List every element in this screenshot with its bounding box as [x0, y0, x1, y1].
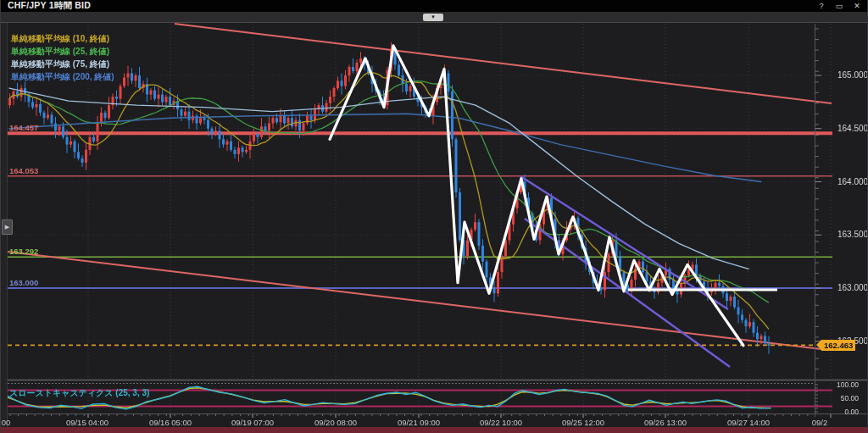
window-controls: ? ▭ ✕	[816, 0, 862, 12]
chevron-down-icon: ▼	[431, 14, 436, 19]
y-axis-label: 163.000	[837, 283, 868, 292]
x-axis-label: 00	[0, 418, 19, 427]
y-axis-label: 165.000	[837, 70, 868, 80]
stoch-axis-label: 50.00	[826, 394, 859, 402]
title-bar[interactable]: CHF/JPY 1時間 BID ? ▭ ✕	[1, 0, 868, 12]
x-axis-label: 09/2	[807, 418, 832, 427]
y-axis-label: 164.500	[837, 124, 868, 133]
x-axis-label: 09/15 04:00	[58, 418, 117, 427]
chart-canvas[interactable]	[1, 0, 868, 433]
sma-legend-label: 単純移動平均線 (200, 終値)	[11, 71, 114, 83]
close-icon[interactable]: ✕	[852, 0, 862, 12]
price-tag-arrow-icon	[816, 340, 821, 350]
x-axis-label: 09/16 05:00	[141, 418, 200, 427]
help-icon[interactable]: ?	[816, 0, 826, 12]
price-level-label: 164.457	[9, 123, 38, 132]
y-axis-label: 164.000	[837, 177, 868, 186]
sma-legend-label: 単純移動平均線 (75, 終値)	[11, 58, 109, 70]
x-axis-label: 09/19 07:00	[223, 418, 282, 427]
price-level-label: 163.292	[9, 247, 38, 256]
x-axis-label: 09/22 10:00	[471, 418, 531, 427]
price-level-label: 163.000	[9, 278, 38, 287]
toolbar-strip: ▼	[1, 12, 868, 23]
stoch-axis-label: 100.00	[826, 380, 859, 389]
side-panel-handle[interactable]: ▶	[2, 219, 13, 235]
x-axis-label: 09/20 08:00	[306, 418, 365, 427]
stochastic-legend-label: スローストキャスティクス (25, 3, 3)	[9, 387, 149, 399]
chart-window: CHF/JPY 1時間 BID ? ▭ ✕ ▼ ▶ 単純移動平均線 (10, 終…	[0, 0, 868, 433]
y-axis-label: 163.500	[837, 230, 868, 239]
chevron-right-icon: ▶	[5, 224, 9, 230]
x-axis-label: 09/25 12:00	[554, 418, 613, 427]
sma-legend-label: 単純移動平均線 (10, 終値)	[11, 33, 109, 45]
bottom-accent-strip	[1, 427, 868, 433]
stoch-axis-label: 0.00	[826, 408, 859, 416]
x-axis-label: 09/21 09:00	[389, 418, 448, 427]
maximize-icon[interactable]: ▭	[834, 0, 844, 12]
x-axis-label: 09/27 14:00	[719, 418, 778, 427]
sma-legend-label: 単純移動平均線 (25, 終値)	[11, 46, 109, 58]
toolbar-expand-button[interactable]: ▼	[423, 14, 443, 21]
x-axis-label: 09/26 13:00	[636, 418, 695, 427]
current-price-tag: 162.463	[821, 340, 855, 351]
window-title: CHF/JPY 1時間 BID	[1, 0, 91, 12]
price-level-label: 164.053	[9, 166, 38, 175]
